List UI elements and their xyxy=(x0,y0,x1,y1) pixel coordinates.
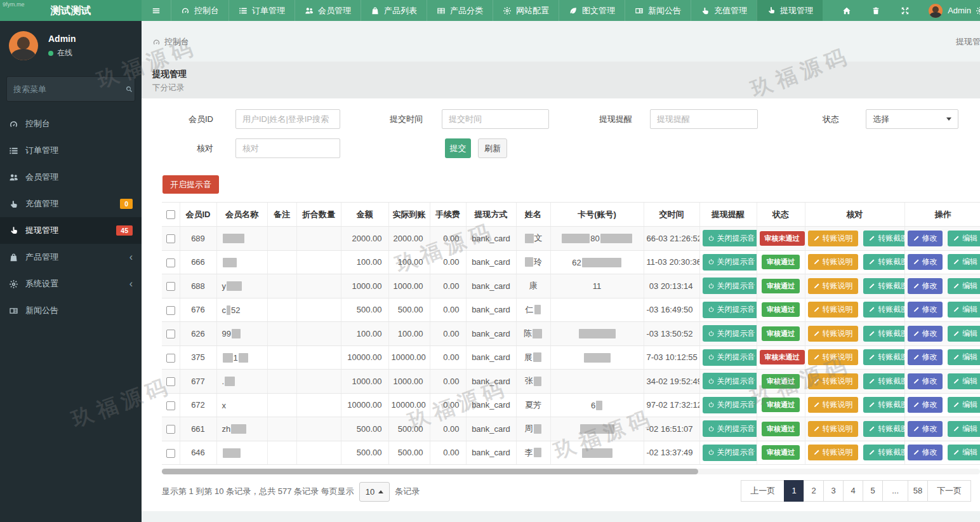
edit-button[interactable]: 编辑 xyxy=(948,302,980,318)
close-sound-button[interactable]: 关闭提示音 xyxy=(703,230,757,246)
topnav-item-2[interactable]: 订单管理 xyxy=(228,0,295,21)
transfer-note-button[interactable]: 转账说明 xyxy=(808,373,858,389)
page-button-2[interactable]: 2 xyxy=(804,480,824,502)
edit-button[interactable]: 编辑 xyxy=(948,326,980,342)
sidebar-search-input[interactable] xyxy=(13,84,125,94)
submit-time-input[interactable] xyxy=(442,109,549,129)
topnav-item-6[interactable]: 网站配置 xyxy=(493,0,559,21)
sidebar-item-3[interactable]: 会员管理 xyxy=(0,164,142,191)
edit-button[interactable]: 编辑 xyxy=(948,254,980,270)
edit-button[interactable]: 编辑 xyxy=(948,278,980,294)
edit-button[interactable]: 编辑 xyxy=(948,397,980,413)
edit-button[interactable]: 编辑 xyxy=(948,231,980,246)
transfer-screenshot-button[interactable]: 转账截图 xyxy=(863,373,904,389)
search-icon[interactable] xyxy=(125,85,133,93)
modify-button[interactable]: 修改 xyxy=(908,326,943,342)
row-checkbox[interactable] xyxy=(166,258,175,267)
transfer-screenshot-button[interactable]: 转账截图 xyxy=(863,349,904,365)
page-button-下一页[interactable]: 下一页 xyxy=(927,480,971,502)
page-button-5[interactable]: 5 xyxy=(863,480,883,502)
page-button-4[interactable]: 4 xyxy=(843,480,863,502)
transfer-screenshot-button[interactable]: 转账截图 xyxy=(863,231,904,246)
status-select[interactable]: 选择 xyxy=(866,109,958,129)
member-id-input[interactable] xyxy=(235,109,340,129)
transfer-note-button[interactable]: 转账说明 xyxy=(808,254,858,270)
transfer-note-button[interactable]: 转账说明 xyxy=(808,349,858,365)
transfer-note-button[interactable]: 转账说明 xyxy=(808,421,858,437)
submit-button[interactable]: 提交 xyxy=(445,138,471,158)
fullscreen-icon[interactable] xyxy=(891,0,920,21)
withdraw-remind-input[interactable] xyxy=(650,109,758,129)
transfer-note-button[interactable]: 转账说明 xyxy=(808,302,858,318)
page-button-1[interactable]: 1 xyxy=(784,480,804,502)
check-input[interactable] xyxy=(235,138,340,158)
sidebar-item-5[interactable]: 提现管理 45 xyxy=(0,217,142,244)
transfer-note-button[interactable]: 转账说明 xyxy=(808,445,858,460)
row-checkbox[interactable] xyxy=(166,234,175,243)
enable-sound-button[interactable]: 开启提示音 xyxy=(162,175,219,194)
sidebar-item-4[interactable]: 充值管理 0 xyxy=(0,191,142,217)
transfer-note-button[interactable]: 转账说明 xyxy=(808,397,858,413)
row-checkbox[interactable] xyxy=(166,449,175,458)
row-checkbox[interactable] xyxy=(166,330,175,338)
page-button-上一页[interactable]: 上一页 xyxy=(741,480,785,502)
topnav-item-9[interactable]: 充值管理 xyxy=(691,0,757,21)
user-menu[interactable]: Admin xyxy=(920,0,980,21)
home-icon[interactable] xyxy=(832,0,861,21)
refresh-button[interactable]: 刷新 xyxy=(478,138,507,158)
row-checkbox[interactable] xyxy=(166,377,175,386)
page-button-3[interactable]: 3 xyxy=(823,480,844,502)
transfer-screenshot-button[interactable]: 转账截图 xyxy=(863,302,904,318)
modify-button[interactable]: 修改 xyxy=(908,302,943,318)
close-sound-button[interactable]: 关闭提示音 xyxy=(703,325,757,342)
transfer-note-button[interactable]: 转账说明 xyxy=(808,278,858,294)
topnav-item-3[interactable]: 会员管理 xyxy=(295,0,361,21)
gear-icon[interactable] xyxy=(976,0,980,21)
modify-button[interactable]: 修改 xyxy=(908,254,943,270)
sidebar-item-6[interactable]: 产品管理 ‹ xyxy=(0,244,142,271)
transfer-note-button[interactable]: 转账说明 xyxy=(808,326,858,342)
edit-button[interactable]: 编辑 xyxy=(948,349,980,365)
page-button-58[interactable]: 58 xyxy=(908,480,928,502)
modify-button[interactable]: 修改 xyxy=(908,231,943,246)
sidebar-item-7[interactable]: 系统设置 ‹ xyxy=(0,271,142,297)
transfer-screenshot-button[interactable]: 转账截图 xyxy=(863,278,904,294)
close-sound-button[interactable]: 关闭提示音 xyxy=(703,445,757,461)
row-checkbox[interactable] xyxy=(166,425,175,434)
close-sound-button[interactable]: 关闭提示音 xyxy=(703,349,757,366)
edit-button[interactable]: 编辑 xyxy=(948,373,980,389)
close-sound-button[interactable]: 关闭提示音 xyxy=(703,397,757,413)
row-checkbox[interactable] xyxy=(166,306,175,315)
breadcrumb-dashboard[interactable]: 控制台 xyxy=(152,36,189,48)
transfer-screenshot-button[interactable]: 转账截图 xyxy=(863,445,904,460)
topnav-item-5[interactable]: 产品分类 xyxy=(427,0,493,21)
transfer-note-button[interactable]: 转账说明 xyxy=(808,231,858,246)
transfer-screenshot-button[interactable]: 转账截图 xyxy=(863,326,904,342)
edit-button[interactable]: 编辑 xyxy=(948,445,980,460)
close-sound-button[interactable]: 关闭提示音 xyxy=(703,254,757,271)
row-checkbox[interactable] xyxy=(166,282,175,291)
close-sound-button[interactable]: 关闭提示音 xyxy=(703,420,757,437)
sidebar-item-8[interactable]: 新闻公告 xyxy=(0,297,142,324)
topnav-item-4[interactable]: 产品列表 xyxy=(361,0,427,21)
close-sound-button[interactable]: 关闭提示音 xyxy=(703,373,757,389)
modify-button[interactable]: 修改 xyxy=(908,349,943,365)
sidebar-item-2[interactable]: 订单管理 xyxy=(0,137,142,164)
row-checkbox[interactable] xyxy=(166,401,175,410)
select-all-checkbox[interactable] xyxy=(166,210,175,219)
modify-button[interactable]: 修改 xyxy=(908,421,943,437)
topnav-item-10[interactable]: 提现管理 xyxy=(757,0,823,21)
per-page-select[interactable]: 10 xyxy=(359,482,390,502)
transfer-screenshot-button[interactable]: 转账截图 xyxy=(863,254,904,270)
modify-button[interactable]: 修改 xyxy=(908,397,943,413)
close-sound-button[interactable]: 关闭提示音 xyxy=(703,278,757,294)
row-checkbox[interactable] xyxy=(166,354,175,363)
page-button-...[interactable]: ... xyxy=(882,480,908,502)
transfer-screenshot-button[interactable]: 转账截图 xyxy=(863,397,904,413)
transfer-screenshot-button[interactable]: 转账截图 xyxy=(863,421,904,437)
scrollbar-thumb[interactable] xyxy=(162,469,698,474)
sidebar-toggle-button[interactable] xyxy=(142,0,171,21)
topnav-item-7[interactable]: 图文管理 xyxy=(559,0,625,21)
edit-button[interactable]: 编辑 xyxy=(948,421,980,437)
topnav-item-1[interactable]: 控制台 xyxy=(171,0,228,21)
